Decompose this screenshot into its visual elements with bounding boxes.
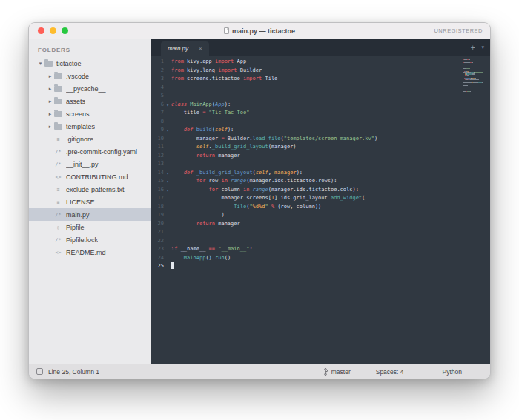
code-token: for bbox=[209, 187, 219, 193]
tree-folder-screens[interactable]: ▸screens bbox=[29, 107, 151, 120]
code-line-4[interactable]: 4 bbox=[151, 84, 490, 93]
chevron-right-icon[interactable]: ▸ bbox=[46, 99, 54, 104]
code-line-9[interactable]: 9▾ def build(self): bbox=[151, 126, 490, 135]
chevron-right-icon[interactable]: ▸ bbox=[46, 111, 54, 117]
code-line-18[interactable]: 18 Tile("%d%d" % (row, column)) bbox=[151, 203, 490, 212]
code-line-2[interactable]: 2from kivy.lang import Builder bbox=[151, 67, 490, 76]
fold-chevron-icon[interactable]: ▾ bbox=[164, 177, 171, 186]
tree-folder-tictactoe[interactable]: ▾tictactoe bbox=[29, 57, 151, 70]
tree-file-LICENSE[interactable]: ≡LICENSE bbox=[29, 196, 151, 208]
git-branch-status[interactable]: master bbox=[324, 368, 351, 376]
close-window-icon[interactable] bbox=[38, 27, 44, 34]
chevron-down-icon[interactable]: ▾ bbox=[36, 61, 44, 67]
code-line-21[interactable]: 21 bbox=[151, 228, 490, 237]
code-line-13[interactable]: 13 bbox=[151, 160, 490, 169]
code-token: Builder bbox=[237, 67, 262, 73]
code-text: def _build_grid_layout(self, manager): bbox=[171, 169, 303, 178]
code-token: manager bbox=[274, 170, 297, 176]
code-token: from bbox=[171, 67, 184, 73]
code-line-17[interactable]: 17 manager.screens[1].ids.grid_layout.ad… bbox=[151, 194, 490, 203]
tab-main-py[interactable]: main.py × bbox=[161, 41, 209, 56]
syntax-status[interactable]: Python bbox=[443, 368, 462, 376]
minimap-token bbox=[468, 93, 469, 93]
zoom-window-icon[interactable] bbox=[62, 27, 68, 34]
tab-overflow-icon[interactable]: ▾ bbox=[481, 44, 484, 50]
code-line-24[interactable]: 24 MainApp().run() bbox=[151, 254, 490, 263]
line-number: 18 bbox=[151, 203, 164, 212]
file-type-icon: <> bbox=[54, 174, 62, 180]
code-line-16[interactable]: 16▾ for column in range(manager.ids.tict… bbox=[151, 186, 490, 195]
folder-icon bbox=[54, 124, 62, 130]
code-line-25[interactable]: 25 bbox=[151, 262, 490, 271]
minimap-token bbox=[464, 62, 470, 63]
code-token: _build_grid_layout bbox=[212, 144, 268, 150]
fold-gutter-spacer bbox=[164, 245, 171, 254]
tree-folder-__pycache__[interactable]: ▸__pycache__ bbox=[29, 82, 151, 95]
chevron-right-icon[interactable]: ▸ bbox=[46, 86, 54, 92]
tree-file-CONTRIBUTING.md[interactable]: <>CONTRIBUTING.md bbox=[29, 170, 151, 183]
code-line-12[interactable]: 12 return manager bbox=[151, 152, 490, 161]
code-line-15[interactable]: 15▾ for row in range(manager.ids.tictact… bbox=[151, 177, 490, 186]
code-line-7[interactable]: 7 title = "Tic Tac Toe" bbox=[151, 109, 490, 118]
chevron-right-icon[interactable]: ▸ bbox=[46, 73, 54, 79]
fold-gutter-spacer bbox=[164, 203, 171, 212]
line-number: 1 bbox=[151, 58, 164, 67]
close-tab-icon[interactable]: × bbox=[199, 46, 202, 52]
fold-chevron-icon[interactable]: ▾ bbox=[164, 186, 171, 195]
code-line-14[interactable]: 14▾ def _build_grid_layout(self, manager… bbox=[151, 169, 490, 178]
minimap[interactable] bbox=[461, 59, 488, 96]
tree-folder-assets[interactable]: ▸assets bbox=[29, 95, 151, 107]
file-type-icon: <> bbox=[54, 250, 62, 256]
tree-folder-.vscode[interactable]: ▸.vscode bbox=[29, 70, 151, 82]
code-token: "templates/screen_manager.kv" bbox=[284, 136, 374, 141]
fold-chevron-icon[interactable]: ▾ bbox=[164, 169, 171, 178]
fold-chevron-icon[interactable]: ▾ bbox=[164, 126, 171, 135]
code-line-5[interactable]: 5 bbox=[151, 92, 490, 101]
sidebar[interactable]: FOLDERS ▾tictactoe▸.vscode▸__pycache__▸a… bbox=[29, 39, 151, 364]
folder-icon bbox=[54, 99, 62, 104]
fold-gutter-spacer bbox=[164, 67, 171, 76]
indentation-status[interactable]: Spaces: 4 bbox=[376, 368, 404, 376]
code-token bbox=[171, 153, 196, 159]
tree-file-__init__.py[interactable]: /*__init__.py bbox=[29, 158, 151, 170]
code-line-23[interactable]: 23if __name__ == "__main__": bbox=[151, 245, 490, 254]
tab-actions: + ▾ bbox=[471, 39, 484, 56]
tree-file-Pipfile[interactable]: ▯Pipfile bbox=[29, 221, 151, 233]
new-tab-icon[interactable]: + bbox=[471, 44, 475, 52]
code-token: () bbox=[225, 255, 231, 261]
code-line-10[interactable]: 10 manager = Builder.load_file("template… bbox=[151, 135, 490, 144]
code-line-20[interactable]: 20 return manager bbox=[151, 220, 490, 229]
unregistered-label: UNREGISTERED bbox=[434, 27, 483, 34]
code-line-19[interactable]: 19 ) bbox=[151, 211, 490, 220]
code-token: for bbox=[196, 178, 206, 184]
code-line-11[interactable]: 11 self._build_grid_layout(manager) bbox=[151, 143, 490, 152]
panel-toggle-icon[interactable] bbox=[36, 368, 43, 375]
tree-item-label: Pipfile bbox=[66, 224, 85, 231]
tree-item-label: __pycache__ bbox=[66, 85, 106, 93]
code-line-6[interactable]: 6▾class MainApp(App): bbox=[151, 101, 490, 110]
editor-pane[interactable]: main.py × + ▾ 1from kivy.app import App2… bbox=[151, 39, 490, 364]
code-token: : bbox=[249, 246, 252, 252]
chevron-right-icon[interactable]: ▸ bbox=[46, 124, 54, 130]
minimize-window-icon[interactable] bbox=[50, 27, 56, 34]
tree-file-.gitignore[interactable]: ≡.gitignore bbox=[29, 133, 151, 145]
tree-folder-templates[interactable]: ▸templates bbox=[29, 120, 151, 133]
code-line-3[interactable]: 3from screens.tictactoe import Tile bbox=[151, 75, 490, 84]
tree-item-label: README.md bbox=[66, 249, 106, 256]
tree-file-exclude-patterns.txt[interactable]: ≡exclude-patterns.txt bbox=[29, 183, 151, 196]
titlebar[interactable]: main.py — tictactoe UNREGISTERED bbox=[29, 23, 490, 39]
code-token: return bbox=[196, 221, 215, 227]
code-line-1[interactable]: 1from kivy.app import App bbox=[151, 58, 490, 67]
code-area[interactable]: 1from kivy.app import App2from kivy.lang… bbox=[151, 56, 490, 364]
tree-file-Pipfile.lock[interactable]: /*Pipfile.lock bbox=[29, 233, 151, 246]
tree-file-.pre-commit-config.yaml[interactable]: /*.pre-commit-config.yaml bbox=[29, 145, 151, 158]
tree-file-README.md[interactable]: <>README.md bbox=[29, 246, 151, 259]
fold-chevron-icon[interactable]: ▾ bbox=[164, 101, 171, 110]
fold-gutter-spacer bbox=[164, 160, 171, 169]
code-line-22[interactable]: 22 bbox=[151, 237, 490, 246]
code-token bbox=[171, 144, 196, 150]
code-token: from bbox=[171, 59, 184, 64]
tree-file-main.py[interactable]: /*main.py bbox=[29, 208, 151, 221]
code-line-8[interactable]: 8 bbox=[151, 118, 490, 127]
line-number: 4 bbox=[151, 84, 164, 93]
